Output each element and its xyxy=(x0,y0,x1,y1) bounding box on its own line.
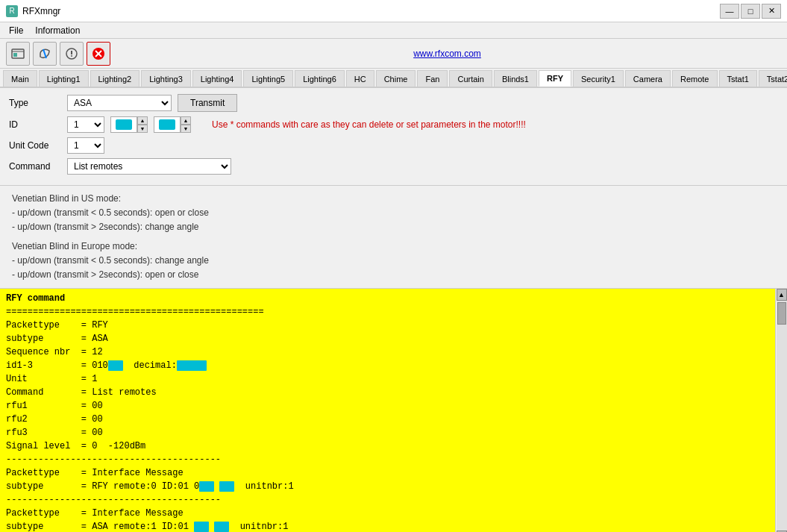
output-line-11: Packettype = Interface Message xyxy=(6,466,769,480)
tab-lighting6[interactable]: Lighting6 xyxy=(295,70,345,87)
tab-camera[interactable]: Camera xyxy=(625,70,671,87)
form-area: Type ASA Transmit ID 1 ▲ ▼ xyxy=(0,88,787,186)
venetian-eu-title: Venetian Blind in Europe mode: xyxy=(12,240,775,254)
id-up-2[interactable]: ▲ xyxy=(137,116,148,125)
toolbar: www.rfxcom.com xyxy=(0,39,787,69)
venetian-us-line2: - up/down (transmit > 2seconds): change … xyxy=(12,220,775,234)
venetian-us-title: Venetian Blind in US mode: xyxy=(12,192,775,206)
hl-id1 xyxy=(108,360,123,371)
id-spinner-2[interactable]: ▲ ▼ xyxy=(110,116,148,133)
unit-row: Unit Code 1 xyxy=(9,137,778,154)
type-row: Type ASA Transmit xyxy=(9,94,778,112)
toolbar-btn-2[interactable] xyxy=(33,42,57,66)
tab-lighting5[interactable]: Lighting5 xyxy=(243,70,293,87)
id-val3 xyxy=(154,116,181,133)
transmit-button[interactable]: Transmit xyxy=(178,94,237,112)
scroll-thumb[interactable] xyxy=(777,302,786,325)
id-up-3[interactable]: ▲ xyxy=(181,116,191,125)
output-header: RFY command xyxy=(6,292,769,305)
output-line-4: Unit = 1 xyxy=(6,372,769,386)
tab-blinds1[interactable]: Blinds1 xyxy=(494,70,537,87)
menu-information[interactable]: Information xyxy=(29,24,86,37)
venetian-eu-line2: - up/down (transmit > 2seconds): open or… xyxy=(12,268,775,282)
toolbar-btn-3[interactable] xyxy=(60,42,84,66)
tab-security1[interactable]: Security1 xyxy=(573,70,624,87)
menu-file[interactable]: File xyxy=(3,24,29,37)
output-line-5: Command = List remotes xyxy=(6,386,769,399)
output-line-3: id1-3 = 010 decimal: xyxy=(6,359,769,372)
id-val2 xyxy=(110,116,137,133)
app-icon: R xyxy=(6,5,18,17)
tab-lighting4[interactable]: Lighting4 xyxy=(192,70,242,87)
svg-rect-1 xyxy=(13,53,17,57)
toolbar-btn-1[interactable] xyxy=(6,42,30,66)
output-line-9: Signal level = 0 -120dBm xyxy=(6,439,769,453)
tab-lighting2[interactable]: Lighting2 xyxy=(90,70,140,87)
tab-remote[interactable]: Remote xyxy=(672,70,718,87)
tab-rfy[interactable]: RFY xyxy=(539,70,571,87)
title-bar: R RFXmngr — □ ✕ xyxy=(0,0,787,22)
output-line-8: rfu3 = 00 xyxy=(6,426,769,439)
toolbar-btn-stop[interactable] xyxy=(87,42,110,66)
command-select[interactable]: List remotes Stop Open Close xyxy=(67,158,231,175)
hl-s3 xyxy=(194,522,209,532)
maximize-button[interactable]: □ xyxy=(741,4,760,19)
menu-bar: File Information xyxy=(0,22,787,39)
svg-line-2 xyxy=(43,49,46,58)
rfxcom-link[interactable]: www.rfxcom.com xyxy=(413,48,481,59)
venetian-eu-line1: - up/down (transmit < 0.5 seconds): chan… xyxy=(12,254,775,268)
output-area[interactable]: RFY command ============================… xyxy=(0,289,775,532)
tab-fan[interactable]: Fan xyxy=(417,70,448,87)
output-line-14: Packettype = Interface Message xyxy=(6,507,769,520)
type-label: Type xyxy=(9,98,61,108)
output-line-7: rfu2 = 00 xyxy=(6,413,769,426)
window-controls: — □ ✕ xyxy=(720,4,781,19)
svg-point-5 xyxy=(71,55,72,57)
tab-lighting1[interactable]: Lighting1 xyxy=(39,70,89,87)
output-line-15: subtype = ASA remote:1 ID:01 unitnbr:1 xyxy=(6,520,769,532)
id-down-2[interactable]: ▼ xyxy=(137,125,148,133)
app-title: RFXmngr xyxy=(22,6,60,16)
output-line-12: subtype = RFY remote:0 ID:01 0 unitnbr:1 xyxy=(6,480,769,493)
tab-curtain[interactable]: Curtain xyxy=(449,70,492,87)
command-row: Command List remotes Stop Open Close xyxy=(9,158,778,175)
scrollbar[interactable]: ▲ ▼ xyxy=(775,289,787,532)
hl-s2 xyxy=(219,481,234,492)
scroll-up-btn[interactable]: ▲ xyxy=(777,289,787,301)
top-panel: Type ASA Transmit ID 1 ▲ ▼ xyxy=(0,88,787,289)
info-area: Venetian Blind in US mode: - up/down (tr… xyxy=(0,186,787,288)
id-row: ID 1 ▲ ▼ ▲ ▼ xyxy=(9,116,778,133)
output-separator-1: ---------------------------------------- xyxy=(6,453,769,466)
output-separator-0: ========================================… xyxy=(6,305,769,319)
id-spinner-3[interactable]: ▲ ▼ xyxy=(154,116,191,133)
id-label: ID xyxy=(9,119,61,130)
scroll-track xyxy=(777,301,787,531)
tab-main[interactable]: Main xyxy=(3,70,37,87)
venetian-us-line1: - up/down (transmit < 0.5 seconds): open… xyxy=(12,206,775,220)
output-line-6: rfu1 = 00 xyxy=(6,399,769,413)
warning-text: Use * commands with care as they can del… xyxy=(212,119,526,130)
tab-tstat2[interactable]: Tstat2 xyxy=(759,70,787,87)
tab-lighting3[interactable]: Lighting3 xyxy=(141,70,191,87)
tab-bar: Main Lighting1 Lighting2 Lighting3 Light… xyxy=(0,69,787,88)
command-label: Command xyxy=(9,161,61,172)
minimize-button[interactable]: — xyxy=(720,4,739,19)
id-down-3[interactable]: ▼ xyxy=(181,125,191,133)
output-line-0: Packettype = RFY xyxy=(6,319,769,332)
output-separator-2: ---------------------------------------- xyxy=(6,493,769,507)
unit-label: Unit Code xyxy=(9,140,61,151)
type-select[interactable]: ASA xyxy=(67,95,172,111)
hl-s4 xyxy=(214,522,229,532)
id-select-1[interactable]: 1 xyxy=(67,116,104,133)
tab-tstat1[interactable]: Tstat1 xyxy=(719,70,757,87)
hl-s1 xyxy=(199,481,214,492)
output-line-2: Sequence nbr = 12 xyxy=(6,345,769,359)
close-button[interactable]: ✕ xyxy=(762,4,781,19)
tab-chime[interactable]: Chime xyxy=(376,70,416,87)
tab-hc[interactable]: HC xyxy=(346,70,374,87)
output-line-1: subtype = ASA xyxy=(6,332,769,345)
unit-select[interactable]: 1 xyxy=(67,137,104,154)
hl-decimal xyxy=(177,360,207,371)
